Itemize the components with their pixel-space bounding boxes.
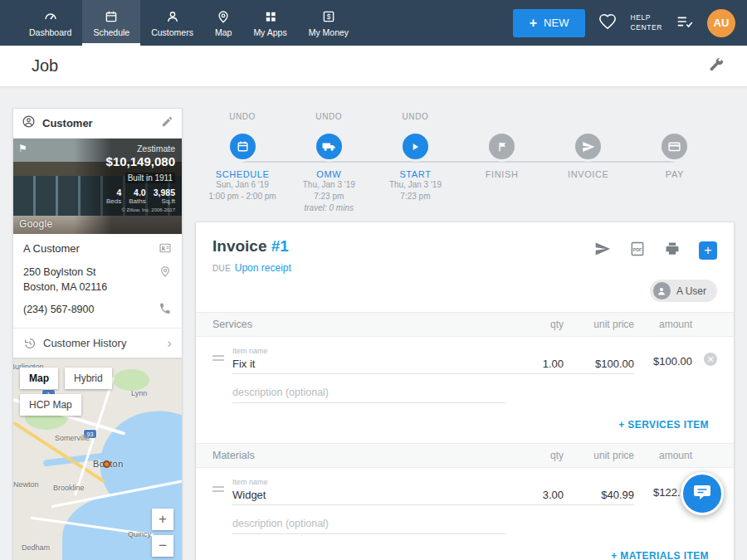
map-pin-icon bbox=[216, 9, 231, 24]
qty-input[interactable] bbox=[505, 356, 564, 374]
nav-item-customers[interactable]: Customers bbox=[140, 0, 204, 46]
zestimate-label: Zestimate bbox=[81, 144, 175, 153]
photo-flag-icon: ⚑ bbox=[18, 143, 27, 154]
customer-phone: (234) 567-8900 bbox=[23, 302, 94, 317]
map-label-somerville: Somerville bbox=[55, 434, 90, 442]
stat-label: Baths bbox=[129, 197, 145, 205]
step-finish: FINISH bbox=[459, 112, 545, 214]
customer-card: Customer ⚑ Zestimate $10,149,080 Built i… bbox=[12, 108, 183, 358]
new-button[interactable]: + NEW bbox=[513, 9, 586, 37]
nav-item-map[interactable]: Map bbox=[204, 0, 242, 46]
zoom-in-button[interactable]: + bbox=[152, 509, 173, 530]
user-avatar[interactable]: AU bbox=[707, 9, 735, 37]
assignee-chip[interactable]: A User bbox=[650, 280, 717, 302]
address-line2: Boston, MA 02116 bbox=[23, 281, 107, 293]
finish-flag-icon[interactable] bbox=[486, 131, 517, 162]
top-nav: Dashboard Schedule Customers Map My Apps… bbox=[0, 0, 747, 46]
step-date: Thu, Jan 3 '19 bbox=[286, 179, 372, 191]
google-watermark: Google bbox=[19, 218, 53, 230]
step-label: FINISH bbox=[459, 169, 545, 179]
print-icon[interactable] bbox=[664, 241, 681, 261]
schedule-icon bbox=[104, 9, 119, 24]
remove-item-icon[interactable]: ✕ bbox=[704, 353, 717, 366]
map-label-lynn: Lynn bbox=[131, 389, 147, 397]
nav-item-my-apps[interactable]: My Apps bbox=[242, 0, 297, 46]
assignee-row: A User bbox=[196, 275, 734, 312]
add-services-item-link[interactable]: + SERVICES ITEM bbox=[618, 419, 709, 431]
invoice-number: #1 bbox=[271, 237, 289, 255]
col-unit-price: unit price bbox=[564, 450, 634, 461]
nav-item-schedule[interactable]: Schedule bbox=[82, 0, 140, 46]
send-invoice-icon[interactable] bbox=[594, 241, 611, 261]
invoice-due: DUE Upon receipt bbox=[212, 260, 717, 275]
map-label-brookline: Brookline bbox=[53, 484, 85, 492]
start-play-icon[interactable] bbox=[400, 131, 431, 162]
item-name-cell: Item name bbox=[232, 478, 505, 505]
map-type-button-hybrid[interactable]: Hybrid bbox=[65, 368, 112, 389]
zestimate-value: $10,149,080 bbox=[81, 154, 175, 168]
invoice-header: Invoice #1 DUE Upon receipt PDF + bbox=[196, 222, 734, 275]
item-name-input[interactable] bbox=[232, 356, 505, 374]
tasks-checklist-icon[interactable] bbox=[676, 12, 694, 34]
contact-card-icon[interactable] bbox=[159, 241, 172, 255]
nav-item-my-money[interactable]: $ My Money bbox=[298, 0, 359, 46]
description-input[interactable] bbox=[232, 385, 505, 403]
item-name-input[interactable] bbox=[232, 487, 505, 505]
job-tools-icon[interactable] bbox=[707, 56, 725, 77]
map-card[interactable]: 93 1 Burlington Lynn Somerville Boston B… bbox=[12, 358, 183, 560]
add-invoice-item-button[interactable]: + bbox=[699, 241, 717, 260]
assignee-avatar-icon bbox=[653, 282, 671, 299]
location-pin-icon[interactable] bbox=[159, 265, 172, 278]
undo-schedule-link[interactable]: UNDO bbox=[199, 112, 286, 123]
phone-icon[interactable] bbox=[159, 302, 172, 315]
invoice-send-icon[interactable] bbox=[573, 131, 603, 162]
description-input[interactable] bbox=[232, 516, 505, 534]
property-photo[interactable]: ⚑ Zestimate $10,149,080 Built in 1911 4 … bbox=[13, 139, 182, 234]
avatar-initials: AU bbox=[714, 17, 730, 29]
unit-price-input[interactable] bbox=[564, 487, 634, 505]
customer-history-link[interactable]: Customer History › bbox=[13, 328, 182, 358]
help-center-link[interactable]: HELP CENTER bbox=[630, 13, 662, 32]
chat-widget-button[interactable] bbox=[681, 472, 724, 515]
svg-text:$: $ bbox=[327, 13, 331, 21]
step-label: PAY bbox=[632, 169, 718, 179]
dashboard-icon bbox=[43, 9, 58, 24]
due-label: DUE bbox=[212, 264, 231, 273]
map-type-button-hcp[interactable]: HCP Map bbox=[20, 394, 81, 416]
map-type-button-map[interactable]: Map bbox=[20, 368, 58, 389]
stat-value: 4 bbox=[106, 187, 121, 197]
customer-phone-row: (234) 567-8900 bbox=[23, 302, 172, 317]
property-stats: 4 Beds 4.0 Baths 3,985 Sq.ft bbox=[81, 187, 175, 205]
undo-omw-link[interactable]: UNDO bbox=[286, 112, 372, 123]
customer-name-row: A Customer bbox=[23, 241, 172, 257]
customer-history-label: Customer History bbox=[43, 337, 126, 349]
customer-card-title: Customer bbox=[42, 117, 93, 129]
add-materials-item-link[interactable]: + MATERIALS ITEM bbox=[611, 550, 709, 560]
schedule-step-icon[interactable] bbox=[227, 131, 258, 162]
care-heart-icon[interactable] bbox=[598, 12, 617, 34]
qty-input[interactable] bbox=[505, 487, 564, 505]
unit-price-input[interactable] bbox=[564, 356, 634, 374]
step-label: OMW bbox=[286, 169, 372, 179]
drag-handle-icon[interactable] bbox=[212, 486, 224, 494]
job-location-marker[interactable] bbox=[103, 460, 110, 468]
due-value-link[interactable]: Upon receipt bbox=[235, 262, 291, 274]
undo-start-link[interactable]: UNDO bbox=[372, 112, 458, 123]
materials-section-header: Materials qty unit price amount bbox=[196, 443, 734, 468]
stat-sqft: 3,985 Sq.ft bbox=[154, 187, 175, 205]
step-time: 1:00 pm - 2:00 pm bbox=[199, 191, 286, 202]
nav-item-label: Map bbox=[215, 27, 232, 37]
omw-truck-icon[interactable] bbox=[314, 131, 344, 162]
map-park bbox=[113, 369, 149, 391]
add-material-row: + MATERIALS ITEM bbox=[196, 534, 734, 560]
chevron-right-icon: › bbox=[167, 336, 172, 350]
edit-customer-icon[interactable] bbox=[161, 115, 173, 131]
pay-card-icon[interactable] bbox=[659, 131, 690, 162]
drag-handle-icon[interactable] bbox=[212, 355, 224, 363]
nav-item-dashboard[interactable]: Dashboard bbox=[18, 0, 82, 46]
zillow-copyright: © Zillow, Inc. 2006-2017 bbox=[81, 207, 175, 212]
svg-text:PDF: PDF bbox=[633, 247, 643, 252]
pdf-icon[interactable]: PDF bbox=[629, 241, 646, 261]
page-title: Job bbox=[32, 56, 58, 75]
zoom-out-button[interactable]: − bbox=[152, 535, 173, 557]
